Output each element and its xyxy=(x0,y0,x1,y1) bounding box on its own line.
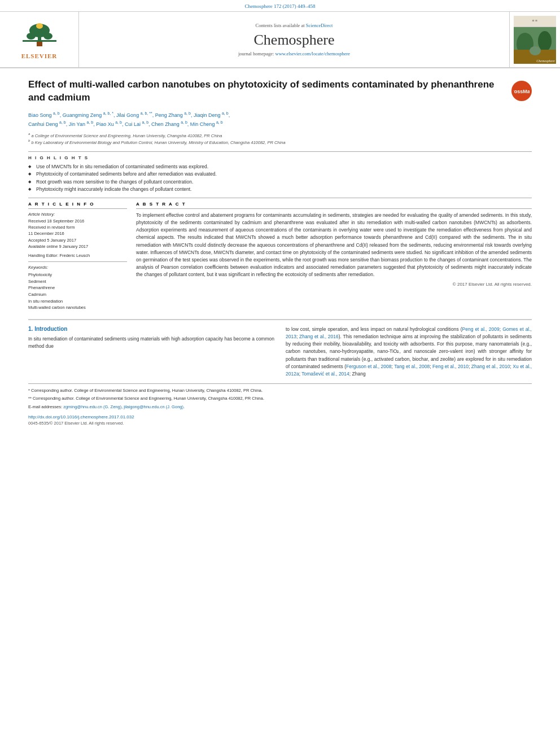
ref-zhang-2016[interactable]: Zhang et al., 2016 xyxy=(299,334,339,339)
issn-line: 0045-6535/© 2017 Elsevier Ltd. All right… xyxy=(28,421,532,426)
svg-rect-0 xyxy=(23,40,56,42)
journal-header-center: Contents lists available at ScienceDirec… xyxy=(79,12,509,67)
ref-tomasevic-2014[interactable]: Tomašević et al., 2014 xyxy=(301,371,349,377)
highlights-rule-bottom xyxy=(28,198,532,198)
journal-name-heading: Chemosphere xyxy=(254,32,335,49)
article-title-section: Effect of multi-walled carbon nanotubes … xyxy=(28,78,532,104)
svg-point-9 xyxy=(538,31,552,51)
section-1-title: 1. Introduction xyxy=(28,326,274,332)
author-cui-lai: Cui Lai a, b xyxy=(125,121,148,127)
crossmark-svg: CrossMark xyxy=(514,83,530,99)
author-jiaqin-deng: Jiaqin Deng a, b xyxy=(194,112,229,118)
ref-feng-2010[interactable]: Feng et al., 2010 xyxy=(432,364,469,369)
article-info-abstract-cols: A R T I C L E I N F O Article history: R… xyxy=(28,202,532,311)
doi-line: http://dx.doi.org/10.1016/j.chemosphere.… xyxy=(28,414,532,420)
email-links[interactable]: zgming@hnu.edu.cn (G. Zeng), jilaigong@h… xyxy=(63,404,185,409)
article-history: Article history: Received 18 September 2… xyxy=(28,212,127,250)
journal-thumbnail: ≡ ≡ Chemosphere xyxy=(514,16,556,64)
crossmark-icon: CrossMark xyxy=(511,81,532,101)
article-content: Effect of multi-walled carbon nanotubes … xyxy=(0,68,560,436)
contents-available-text: Contents lists available at ScienceDirec… xyxy=(256,23,333,28)
article-info-col: A R T I C L E I N F O Article history: R… xyxy=(28,202,127,311)
article-title: Effect of multi-walled carbon nanotubes … xyxy=(28,78,506,104)
highlight-item-1: Use of MWCNTs for in situ remediation of… xyxy=(28,163,532,171)
sciencedirect-link[interactable]: ScienceDirect xyxy=(306,23,333,28)
history-label: Article history: xyxy=(28,212,127,217)
highlight-item-3: Root growth was more sensitive to the ch… xyxy=(28,178,532,186)
keywords-rule xyxy=(28,261,127,262)
introduction-cols: 1. Introduction In situ remediation of c… xyxy=(28,326,532,378)
crossmark-badge: CrossMark xyxy=(511,81,532,101)
footnotes-area: * Corresponding author. College of Envir… xyxy=(28,383,532,426)
email-label: E-mail addresses: xyxy=(28,404,62,409)
top-citation: Chemosphere 172 (2017) 449–458 xyxy=(0,0,560,12)
introduction-left-body: In situ remediation of contaminated sedi… xyxy=(28,335,274,350)
affiliations: a a College of Environmental Science and… xyxy=(28,132,532,146)
footnote-emails: E-mail addresses: zgming@hnu.edu.cn (G. … xyxy=(28,404,532,410)
highlight-item-2: Phytotoxicity of contaminated sediments … xyxy=(28,171,532,178)
author-guangming-zeng: Guangming Zeng a, b, * xyxy=(63,112,113,118)
author-jilai-gong: Jilai Gong a, b, ** xyxy=(116,112,152,118)
keyword-5: In situ remediation xyxy=(28,298,127,305)
elsevier-wordmark: ELSEVIER xyxy=(21,53,58,59)
received-date: Received 18 September 2016 xyxy=(28,218,127,224)
introduction-left: 1. Introduction In situ remediation of c… xyxy=(28,326,274,378)
thumbnail-text-overlay: Chemosphere xyxy=(536,59,555,63)
available-online: Available online 9 January 2017 xyxy=(28,243,127,250)
received-revised-label: Received in revised form xyxy=(28,224,127,230)
keyword-2: Sediment xyxy=(28,278,127,285)
ref-peng-2009[interactable]: Peng et al., 2009 xyxy=(462,326,500,332)
author-min-cheng: Min Cheng a, b xyxy=(190,121,223,127)
highlights-header: H I G H L I G H T S xyxy=(28,155,532,160)
svg-rect-5 xyxy=(37,42,42,46)
author-canhui-deng: Canhui Deng a, b xyxy=(28,121,66,127)
svg-point-6 xyxy=(36,23,43,29)
journal-homepage: journal homepage: www.elsevier.com/locat… xyxy=(238,51,350,56)
author-peng-zhang: Peng Zhang a, b xyxy=(155,112,191,118)
doi-link[interactable]: http://dx.doi.org/10.1016/j.chemosphere.… xyxy=(28,414,134,420)
author-chen-zhang: Chen Zhang a, b xyxy=(151,121,187,127)
citation-text: Chemosphere 172 (2017) 449–458 xyxy=(244,3,315,9)
author-biao-song: Biao Song a, b xyxy=(28,112,60,118)
svg-point-3 xyxy=(27,33,36,40)
page: Chemosphere 172 (2017) 449–458 ELSEVIER xyxy=(0,0,560,747)
abstract-col: A B S T R A C T To implement effective c… xyxy=(136,202,532,311)
keyword-1: Phytotoxicity xyxy=(28,272,127,278)
thumbnail-label: ≡ ≡ xyxy=(532,19,538,23)
highlight-item-4: Phytotoxicity might inaccurately indicat… xyxy=(28,186,532,193)
thumbnail-header: ≡ ≡ xyxy=(514,16,556,27)
thumbnail-image: Chemosphere xyxy=(514,27,556,64)
authors-line: Biao Song a, b, Guangming Zeng a, b, *, … xyxy=(28,110,532,129)
keyword-3: Phenanthrene xyxy=(28,285,127,291)
svg-text:CrossMark: CrossMark xyxy=(514,89,530,94)
ref-zhang-2010[interactable]: Zhang et al., 2010 xyxy=(471,364,510,369)
than-word: than xyxy=(308,356,317,362)
ref-tang-2008[interactable]: Tang et al., 2008 xyxy=(394,364,430,369)
homepage-url[interactable]: www.elsevier.com/locate/chemosphere xyxy=(275,51,351,56)
revised-date: 11 December 2016 xyxy=(28,230,127,237)
abstract-text: To implement effective control and abate… xyxy=(136,212,532,279)
journal-header: ELSEVIER Contents lists available at Sci… xyxy=(0,12,560,68)
handling-editor: Handling Editor: Frederic Leusch xyxy=(28,253,127,258)
footnote-corresponding-1: * Corresponding author. College of Envir… xyxy=(28,387,532,394)
elsevier-tree-icon xyxy=(20,20,59,51)
introduction-right-body: to low cost, simple operation, and less … xyxy=(286,326,532,378)
keyword-4: Cadmium xyxy=(28,291,127,298)
article-info-header: A R T I C L E I N F O xyxy=(28,202,127,207)
keyword-6: Multi-walled carbon nanotubes xyxy=(28,304,127,311)
affiliation-a: a a College of Environmental Science and… xyxy=(28,132,532,139)
introduction-right: to low cost, simple operation, and less … xyxy=(286,326,532,378)
highlights-rule-top xyxy=(28,151,532,152)
introduction-section: 1. Introduction In situ remediation of c… xyxy=(28,319,532,378)
svg-point-11 xyxy=(530,46,541,55)
accepted-date: Accepted 5 January 2017 xyxy=(28,237,127,243)
affiliation-b: b b Key Laboratory of Environmental Biol… xyxy=(28,138,532,146)
ref-ferguson-2008[interactable]: Ferguson et al., 2008 xyxy=(346,364,392,369)
svg-point-4 xyxy=(43,33,53,40)
highlights-list: Use of MWCNTs for in situ remediation of… xyxy=(28,163,532,193)
elsevier-logo: ELSEVIER xyxy=(20,20,59,59)
footnote-corresponding-2: ** Corresponding author. College of Envi… xyxy=(28,395,532,401)
abstract-rule xyxy=(136,208,532,209)
copyright-line: © 2017 Elsevier Ltd. All rights reserved… xyxy=(136,282,532,287)
abstract-header: A B S T R A C T xyxy=(136,202,532,207)
